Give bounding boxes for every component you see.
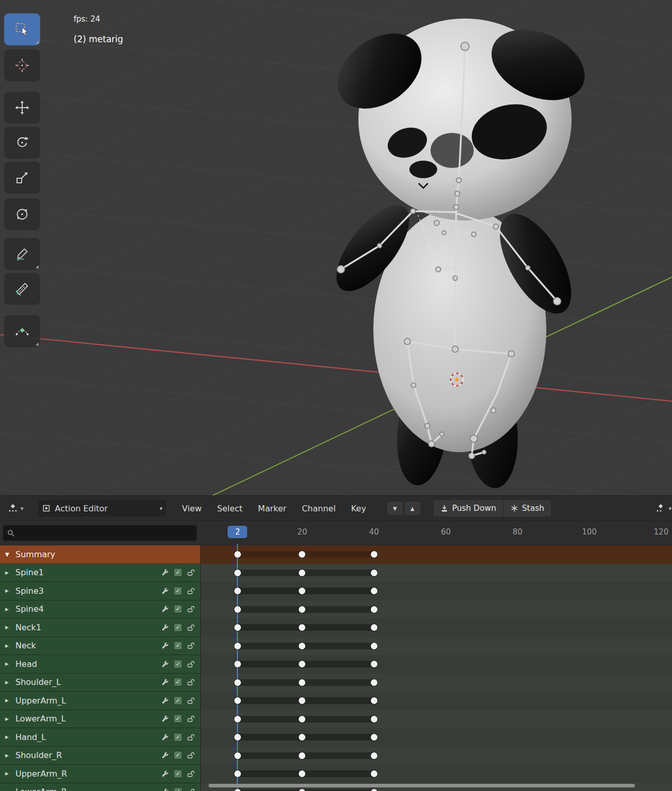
unlock-icon[interactable] (187, 642, 195, 649)
keyframe[interactable] (371, 734, 377, 741)
keyframe[interactable] (371, 752, 377, 759)
expand-triangle-icon[interactable]: ▶ (5, 698, 12, 703)
expand-triangle-icon[interactable]: ▶ (5, 716, 12, 721)
wrench-icon[interactable] (161, 770, 169, 778)
unlock-icon[interactable] (187, 660, 195, 668)
keyframe[interactable] (299, 606, 305, 613)
measure-tool[interactable] (4, 273, 40, 305)
expand-triangle-icon[interactable]: ▶ (5, 734, 12, 740)
keyframe[interactable] (371, 716, 377, 723)
unlock-icon[interactable] (187, 624, 195, 631)
unlock-icon[interactable] (187, 587, 195, 595)
channel-enable-checkbox[interactable]: ✓ (174, 568, 182, 577)
channel-enable-checkbox[interactable]: ✓ (174, 678, 182, 686)
unlock-icon[interactable] (187, 605, 195, 613)
channel-enable-checkbox[interactable]: ✓ (174, 605, 182, 613)
unlock-icon[interactable] (187, 715, 195, 723)
collapse-triangle-icon[interactable]: ▼ (5, 552, 12, 557)
transform-tool[interactable] (4, 198, 40, 230)
expand-triangle-icon[interactable]: ▶ (5, 771, 12, 776)
keyframe[interactable] (234, 606, 241, 613)
channel-row[interactable]: ▶ Hand_L ✓ (0, 728, 672, 747)
keyframe[interactable] (234, 661, 241, 667)
channel-enable-checkbox[interactable]: ✓ (174, 696, 182, 705)
keyframe[interactable] (234, 752, 241, 759)
channel-name-cell[interactable]: ▶ UpperArm_L ✓ (0, 692, 201, 710)
wrench-icon[interactable] (161, 715, 169, 723)
channel-row[interactable]: ▶ Spine3 ✓ (0, 582, 672, 600)
channel-row[interactable]: ▶ Spine4 ✓ (0, 600, 672, 619)
keyframe[interactable] (371, 606, 377, 613)
channel-name-cell[interactable]: ▶ Hand_L ✓ (0, 728, 201, 747)
timeline-ruler[interactable]: 20406080100120 2 (0, 521, 672, 545)
current-frame-indicator[interactable]: 2 (228, 526, 247, 538)
channel-enable-checkbox[interactable]: ✓ (174, 714, 182, 723)
channel-name-cell[interactable]: ▶ Spine4 ✓ (0, 600, 201, 619)
menu-select[interactable]: Select (210, 501, 250, 517)
menu-view[interactable]: View (175, 501, 210, 517)
browse-action-down-button[interactable]: ▼ (387, 502, 403, 515)
keyframe[interactable] (371, 624, 377, 631)
wrench-icon[interactable] (161, 624, 169, 631)
wrench-icon[interactable] (161, 697, 169, 704)
rotate-tool[interactable] (4, 127, 40, 159)
unlock-icon[interactable] (187, 697, 195, 704)
channel-row[interactable]: ▶ Shoulder_R ✓ (0, 747, 672, 765)
channel-name-cell[interactable]: ▶ UpperArm_R ✓ (0, 765, 201, 783)
expand-triangle-icon[interactable]: ▶ (5, 680, 12, 685)
channel-enable-checkbox[interactable]: ✓ (174, 769, 182, 778)
keyframe[interactable] (299, 752, 305, 759)
summary-name-cell[interactable]: ▼ Summary (0, 545, 201, 564)
expand-triangle-icon[interactable]: ▶ (5, 643, 12, 648)
keyframe[interactable] (234, 643, 241, 649)
channel-name-cell[interactable]: ▶ Spine3 ✓ (0, 582, 201, 600)
unlock-icon[interactable] (187, 788, 195, 791)
menu-key[interactable]: Key (343, 501, 374, 517)
wrench-icon[interactable] (161, 660, 169, 668)
channel-search-input[interactable] (15, 529, 197, 537)
channel-name-cell[interactable]: ▶ Neck ✓ (0, 637, 201, 656)
push-down-button[interactable]: Push Down (434, 500, 503, 517)
channel-enable-checkbox[interactable]: ✓ (174, 587, 182, 595)
unlock-icon[interactable] (187, 751, 195, 759)
keyframe[interactable] (299, 643, 305, 649)
keyframe[interactable] (371, 697, 377, 704)
channel-name-cell[interactable]: ▶ Shoulder_R ✓ (0, 747, 201, 765)
wrench-icon[interactable] (161, 678, 169, 686)
keyframe[interactable] (371, 551, 377, 558)
horizontal-scrollbar[interactable] (209, 784, 635, 787)
channel-enable-checkbox[interactable]: ✓ (174, 623, 182, 632)
keyframe[interactable] (234, 716, 241, 723)
wrench-icon[interactable] (161, 733, 169, 741)
channel-row[interactable]: ▶ Shoulder_L ✓ (0, 674, 672, 692)
keyframe[interactable] (371, 661, 377, 667)
keyframe[interactable] (234, 570, 241, 576)
annotate-tool[interactable] (4, 238, 40, 270)
channel-row[interactable]: ▶ Neck1 ✓ (0, 618, 672, 637)
channel-row[interactable]: ▶ Head ✓ (0, 655, 672, 674)
channel-enable-checkbox[interactable]: ✓ (174, 660, 182, 668)
wrench-icon[interactable] (161, 642, 169, 649)
3d-viewport[interactable]: fps: 24 (2) metarig (0, 0, 672, 495)
keyframe[interactable] (234, 679, 241, 686)
unlock-icon[interactable] (187, 770, 195, 778)
channel-row[interactable]: ▶ UpperArm_R ✓ (0, 765, 672, 783)
menu-marker[interactable]: Marker (250, 501, 294, 517)
pose-breakdowner-tool[interactable] (4, 315, 40, 347)
keyframe[interactable] (234, 624, 241, 631)
keyframe[interactable] (371, 679, 377, 686)
menu-channel[interactable]: Channel (294, 501, 343, 517)
keyframe[interactable] (234, 734, 241, 741)
wrench-icon[interactable] (161, 751, 169, 759)
channel-row[interactable]: ▶ Neck ✓ (0, 637, 672, 656)
channel-enable-checkbox[interactable]: ✓ (174, 751, 182, 760)
channel-enable-checkbox[interactable]: ✓ (174, 641, 182, 650)
cursor-tool[interactable] (4, 49, 40, 81)
keyframe[interactable] (371, 770, 377, 777)
channel-name-cell[interactable]: ▶ LowerArm_L ✓ (0, 710, 201, 729)
channel-row[interactable]: ▶ UpperArm_L ✓ (0, 692, 672, 710)
keyframe[interactable] (371, 588, 377, 594)
keyframe[interactable] (299, 716, 305, 723)
scale-tool[interactable] (4, 162, 40, 194)
keyframe[interactable] (371, 643, 377, 649)
